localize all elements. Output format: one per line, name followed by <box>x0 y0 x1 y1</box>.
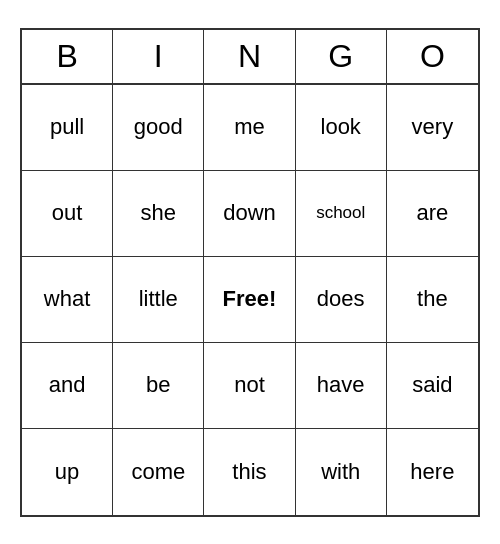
bingo-header-letter: O <box>387 30 478 83</box>
bingo-cell: what <box>22 257 113 343</box>
bingo-header: BINGO <box>22 30 478 85</box>
bingo-cell: with <box>296 429 387 515</box>
bingo-cell: she <box>113 171 204 257</box>
bingo-cell: up <box>22 429 113 515</box>
bingo-card: BINGO pullgoodmelookveryoutshedownschool… <box>20 28 480 517</box>
bingo-header-letter: I <box>113 30 204 83</box>
bingo-cell: out <box>22 171 113 257</box>
bingo-cell: very <box>387 85 478 171</box>
bingo-cell: have <box>296 343 387 429</box>
bingo-cell: and <box>22 343 113 429</box>
bingo-cell: good <box>113 85 204 171</box>
bingo-cell: come <box>113 429 204 515</box>
bingo-cell: little <box>113 257 204 343</box>
bingo-header-letter: N <box>204 30 295 83</box>
bingo-cell: said <box>387 343 478 429</box>
bingo-cell: are <box>387 171 478 257</box>
bingo-cell: me <box>204 85 295 171</box>
free-space: Free! <box>204 257 295 343</box>
bingo-cell: down <box>204 171 295 257</box>
bingo-cell: look <box>296 85 387 171</box>
bingo-cell: be <box>113 343 204 429</box>
bingo-grid: pullgoodmelookveryoutshedownschoolarewha… <box>22 85 478 515</box>
bingo-header-letter: B <box>22 30 113 83</box>
bingo-cell: here <box>387 429 478 515</box>
bingo-cell: does <box>296 257 387 343</box>
bingo-cell: the <box>387 257 478 343</box>
bingo-cell: this <box>204 429 295 515</box>
bingo-cell: pull <box>22 85 113 171</box>
bingo-cell: school <box>296 171 387 257</box>
bingo-header-letter: G <box>296 30 387 83</box>
bingo-cell: not <box>204 343 295 429</box>
